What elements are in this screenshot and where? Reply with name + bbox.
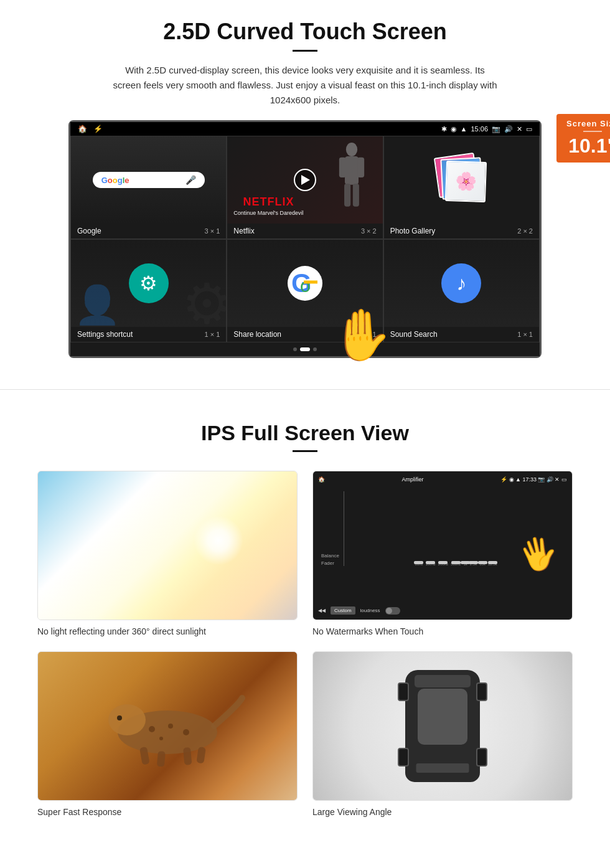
section1-title-underline bbox=[293, 50, 317, 52]
share-location-label-name: Share location bbox=[233, 330, 281, 339]
svg-point-0 bbox=[345, 143, 357, 156]
feature-grid: No light reflecting under 360° direct su… bbox=[37, 471, 573, 817]
feature-amplifier: 🏠 Amplifier ⚡ ◉ ▲ 17:33 📷 🔊 ✕ ▭ Balance … bbox=[312, 471, 573, 636]
feature-image-car bbox=[312, 651, 573, 801]
loudness-toggle[interactable] bbox=[385, 607, 400, 615]
svg-point-17 bbox=[168, 724, 173, 729]
netflix-text: NETFLIX bbox=[233, 196, 303, 209]
google-search-bar[interactable]: Google 🎤 bbox=[93, 172, 205, 188]
svg-rect-14 bbox=[183, 747, 192, 765]
gallery-app-label: Photo Gallery 2 × 2 bbox=[384, 224, 539, 238]
cheetah-image bbox=[38, 652, 297, 800]
google-app-cell[interactable]: Google 🎤 Google 3 × 1 bbox=[70, 136, 227, 239]
netflix-play-button[interactable] bbox=[294, 169, 316, 191]
usb-icon: ⚡ bbox=[93, 125, 103, 133]
sound-search-label-name: Sound Search bbox=[390, 330, 438, 339]
car-wheel-rear-right bbox=[476, 748, 487, 767]
feature-image-cheetah bbox=[37, 651, 298, 801]
status-bar-right: ✱ ◉ ▲ 15:06 📷 🔊 ✕ ▭ bbox=[441, 125, 532, 133]
netflix-app-label: Netflix 3 × 2 bbox=[227, 224, 382, 238]
sound-icon-circle: ♪ bbox=[441, 263, 481, 303]
amp-prev-icon: ◀◀ bbox=[318, 608, 326, 613]
svg-point-16 bbox=[149, 726, 155, 732]
svg-point-18 bbox=[183, 729, 189, 735]
car-wheel-front-left bbox=[398, 682, 409, 701]
google-label-size: 3 × 1 bbox=[205, 227, 220, 235]
wifi-icon: ▲ bbox=[461, 125, 467, 133]
feature-image-sunlight bbox=[37, 471, 298, 620]
sound-search-app-cell[interactable]: ♪ Sound Search 1 × 1 bbox=[383, 239, 540, 342]
amp-loudness-label: loudness bbox=[360, 608, 380, 613]
bg-gear-icon: ⚙ bbox=[182, 271, 226, 327]
amplifier-caption: No Watermarks When Touch bbox=[312, 626, 573, 636]
status-bar-left: 🏠 ⚡ bbox=[78, 125, 103, 133]
feature-sunlight: No light reflecting under 360° direct su… bbox=[37, 471, 298, 636]
bluetooth-icon: ✱ bbox=[441, 125, 447, 133]
status-bar: 🏠 ⚡ ✱ ◉ ▲ 15:06 📷 🔊 ✕ ▭ bbox=[70, 122, 540, 136]
badge-size: 10.1" bbox=[566, 134, 610, 158]
feature-image-amplifier: 🏠 Amplifier ⚡ ◉ ▲ 17:33 📷 🔊 ✕ ▭ Balance … bbox=[312, 471, 573, 620]
car-wheel-front-right bbox=[476, 682, 487, 701]
location-icon: ◉ bbox=[451, 125, 457, 133]
amp-top-bar: 🏠 Amplifier ⚡ ◉ ▲ 17:33 📷 🔊 ✕ ▭ bbox=[318, 476, 567, 483]
dot-1[interactable] bbox=[293, 347, 297, 351]
google-mic-icon: 🎤 bbox=[185, 175, 196, 185]
share-location-app-inner: G o 🤚 bbox=[227, 240, 382, 327]
home-icon: 🏠 bbox=[78, 125, 87, 133]
amp-home-icon: 🏠 bbox=[318, 476, 325, 483]
car-windshield bbox=[415, 675, 471, 687]
netflix-label-name: Netflix bbox=[233, 227, 254, 235]
sound-search-app-inner: ♪ bbox=[384, 240, 539, 327]
share-location-app-cell[interactable]: G o 🤚 Share location 1 × 1 bbox=[227, 239, 383, 342]
google-app-label: Google 3 × 1 bbox=[71, 224, 226, 238]
settings-icon-circle: ⚙ bbox=[129, 263, 169, 303]
car-roof-window bbox=[418, 689, 467, 745]
app-grid: Google 🎤 Google 3 × 1 bbox=[70, 136, 540, 342]
bg-person-icon: 👤 bbox=[74, 283, 121, 327]
volume-icon: 🔊 bbox=[504, 125, 513, 133]
svg-point-11 bbox=[108, 704, 146, 735]
badge-label: Screen Size bbox=[566, 119, 610, 128]
photo-card-3: 🌸 bbox=[445, 161, 487, 202]
feature-cheetah: Super Fast Response bbox=[37, 651, 298, 817]
svg-rect-2 bbox=[339, 158, 345, 177]
svg-rect-3 bbox=[357, 158, 364, 177]
section1-curved-touch: 2.5D Curved Touch Screen With 2.5D curve… bbox=[0, 0, 610, 370]
sun-burst bbox=[194, 516, 243, 565]
settings-app-label: Settings shortcut 1 × 1 bbox=[71, 327, 226, 342]
device-screen: 🏠 ⚡ ✱ ◉ ▲ 15:06 📷 🔊 ✕ ▭ bbox=[68, 120, 542, 358]
close-icon: ✕ bbox=[517, 125, 522, 133]
sound-search-label-size: 1 × 1 bbox=[517, 331, 533, 338]
svg-rect-1 bbox=[345, 156, 359, 185]
photo-stack: 🌸 bbox=[436, 155, 486, 205]
svg-rect-4 bbox=[344, 184, 350, 207]
amp-hand-icon: 🖐 bbox=[515, 532, 562, 577]
section2-ips: IPS Full Screen View No light reflecting… bbox=[0, 408, 610, 836]
dot-3[interactable] bbox=[313, 347, 317, 351]
amp-title: Amplifier bbox=[402, 476, 424, 483]
device-outer-wrapper: 🏠 ⚡ ✱ ◉ ▲ 15:06 📷 🔊 ✕ ▭ bbox=[37, 120, 573, 358]
google-label-name: Google bbox=[77, 227, 101, 235]
hand-touch-icon: 🤚 bbox=[330, 306, 392, 364]
svg-point-19 bbox=[159, 737, 163, 740]
netflix-app-cell[interactable]: NETFLIX Continue Marvel's Daredevil Netf… bbox=[227, 136, 383, 239]
dot-2-active[interactable] bbox=[300, 347, 310, 351]
window-icon: ▭ bbox=[526, 125, 532, 133]
amp-custom-button[interactable]: Custom bbox=[331, 606, 355, 615]
photo-gallery-app-cell[interactable]: 🌸 Photo Gallery 2 × 2 bbox=[383, 136, 540, 239]
screen-size-badge: Screen Size 10.1" bbox=[556, 114, 610, 163]
section2-title-underline bbox=[293, 450, 317, 452]
settings-app-inner: ⚙ ⚙ 👤 bbox=[71, 240, 226, 327]
play-triangle-icon bbox=[301, 175, 310, 185]
time-display: 15:06 bbox=[471, 125, 488, 133]
gallery-label-size: 2 × 2 bbox=[517, 227, 533, 235]
netflix-subtitle: Continue Marvel's Daredevil bbox=[233, 210, 303, 216]
settings-app-cell[interactable]: ⚙ ⚙ 👤 Settings shortcut 1 × 1 bbox=[70, 239, 227, 342]
pagination-dots bbox=[70, 342, 540, 356]
amp-bottom-bar: ◀◀ Custom loudness bbox=[318, 606, 567, 615]
svg-rect-5 bbox=[352, 184, 359, 207]
settings-label-size: 1 × 1 bbox=[205, 331, 220, 338]
section2-title: IPS Full Screen View bbox=[37, 421, 573, 445]
car-image bbox=[313, 652, 572, 800]
sunlight-image bbox=[38, 471, 297, 620]
